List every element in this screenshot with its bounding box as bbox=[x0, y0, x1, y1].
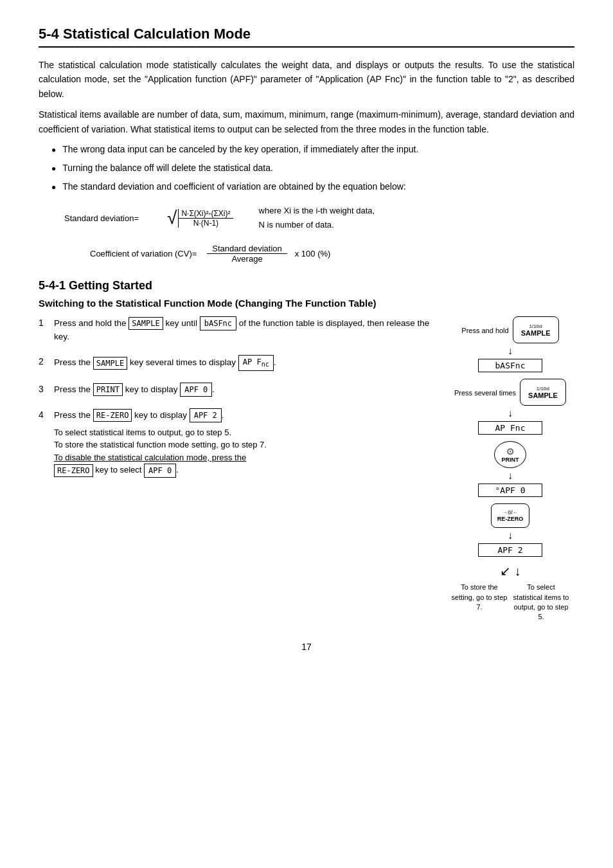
diagram: Press and hold 1/10d SAMPLE ↓ bASFnc Pre… bbox=[446, 316, 574, 622]
btn-main-1: SAMPLE bbox=[521, 329, 551, 337]
press-hold-label: Press and hold bbox=[461, 327, 508, 334]
page-number: 17 bbox=[39, 642, 574, 652]
print-btn-container: ⊙ PRINT bbox=[494, 441, 526, 468]
std-dev-label: Standard deviation= bbox=[64, 213, 167, 223]
bottom-labels-row: To store the setting, go to step 7. To s… bbox=[450, 583, 570, 622]
step-1-num: 1 bbox=[39, 316, 54, 330]
formula-section: Standard deviation= √ N·Σ(Xi)²-(ΣXi)² N·… bbox=[64, 204, 574, 264]
step-4-note-2: To store the statistical function mode s… bbox=[54, 439, 433, 451]
bullet-item-2: Turning the balance off will delete the … bbox=[51, 161, 574, 175]
diagram-several-row: Press several times 1/10d SAMPLE bbox=[454, 379, 566, 406]
print-key[interactable]: PRINT bbox=[93, 383, 123, 396]
diagram-hold-row: Press and hold 1/10d SAMPLE bbox=[461, 316, 558, 343]
step-2-num: 2 bbox=[39, 355, 54, 368]
sample-btn-2[interactable]: 1/10d SAMPLE bbox=[520, 379, 566, 406]
step-2: 2 Press the SAMPLE key several times to … bbox=[39, 355, 433, 370]
display-apf0-2: APF 0 bbox=[144, 464, 176, 478]
cv-formula: Coefficient of variation (CV)= Standard … bbox=[90, 244, 574, 264]
steps-container: 1 Press and hold the SAMPLE key until bA… bbox=[39, 316, 574, 622]
cv-tail: x 100 (%) bbox=[295, 249, 331, 258]
step-4-note-4: RE-ZERO key to select APF 0. bbox=[54, 464, 433, 478]
step-4-content: Press the RE-ZERO key to display APF 2. … bbox=[54, 408, 433, 478]
print-label: PRINT bbox=[502, 457, 519, 463]
cv-fraction: Standard deviation Average bbox=[207, 244, 287, 264]
step-1: 1 Press and hold the SAMPLE key until bA… bbox=[39, 316, 433, 343]
bullet-item-1: The wrong data input can be canceled by … bbox=[51, 143, 574, 156]
step-3-content: Press the PRINT key to display APF 0. bbox=[54, 383, 433, 397]
std-dev-formula-row: Standard deviation= √ N·Σ(Xi)²-(ΣXi)² N·… bbox=[64, 204, 574, 232]
cv-denominator: Average bbox=[226, 254, 267, 264]
step-3-num: 3 bbox=[39, 383, 54, 396]
step-4-num: 4 bbox=[39, 408, 54, 422]
btn-main-2: SAMPLE bbox=[528, 392, 558, 399]
arrow-2: ↓ bbox=[508, 408, 513, 419]
bullet-item-3: The standard deviation and coefficient o… bbox=[51, 180, 574, 194]
rezero-icon: →0/← bbox=[502, 509, 519, 516]
sample-key-1[interactable]: SAMPLE bbox=[129, 317, 163, 330]
subsection-title: 5-4-1 Getting Started bbox=[39, 279, 574, 293]
rezero-label: RE-ZERO bbox=[497, 516, 524, 522]
to-select-label: To select statistical items to output, g… bbox=[512, 583, 570, 622]
print-btn[interactable]: ⊙ PRINT bbox=[494, 441, 526, 468]
arrow-1: ↓ bbox=[508, 346, 513, 356]
section-title: 5-4 Statistical Calculation Mode bbox=[39, 26, 574, 48]
arrow-5a: ↙ bbox=[500, 565, 511, 577]
subsection-sub: Switching to the Statistical Function Mo… bbox=[39, 298, 574, 309]
bullet-list: The wrong data input can be canceled by … bbox=[51, 143, 574, 194]
btn-top-2: 1/10d bbox=[537, 386, 549, 392]
rezero-key[interactable]: RE-ZERO bbox=[93, 409, 132, 422]
display-apfnc: AP Fnc bbox=[238, 355, 274, 370]
step-2-content: Press the SAMPLE key several times to di… bbox=[54, 355, 433, 370]
btn-top-1: 1/10d bbox=[529, 323, 542, 329]
rezero-btn[interactable]: →0/← RE-ZERO bbox=[491, 503, 529, 528]
std-dev-fraction: N·Σ(Xi)²-(ΣXi)² N·(N-1) bbox=[178, 209, 233, 228]
cv-numerator: Standard deviation bbox=[207, 244, 287, 254]
sqrt-symbol: √ bbox=[167, 209, 177, 227]
bottom-arrows: ↙ ↓ bbox=[500, 565, 521, 577]
std-dev-denominator: N·(N-1) bbox=[191, 219, 221, 228]
step-3: 3 Press the PRINT key to display APF 0. bbox=[39, 383, 433, 397]
print-icon: ⊙ bbox=[506, 446, 514, 457]
diagram-display-1: bASFnc bbox=[478, 359, 542, 372]
intro-paragraph-1: The statistical calculation mode statist… bbox=[39, 58, 574, 101]
display-apf2: APF 2 bbox=[190, 408, 222, 422]
step-4-notes: To select statistical items to output, g… bbox=[54, 426, 433, 478]
diagram-display-4: APF 2 bbox=[478, 543, 542, 557]
rezero-btn-container: →0/← RE-ZERO bbox=[491, 503, 529, 528]
to-store-label: To store the setting, go to step 7. bbox=[450, 583, 508, 622]
display-apf0: APF 0 bbox=[180, 383, 212, 397]
sample-btn-1[interactable]: 1/10d SAMPLE bbox=[513, 316, 559, 343]
cv-label: Coefficient of variation (CV)= bbox=[90, 249, 197, 258]
rezero-key-2[interactable]: RE-ZERO bbox=[54, 464, 93, 477]
arrow-5b: ↓ bbox=[515, 565, 521, 577]
diagram-display-2: AP Fnc bbox=[478, 421, 542, 435]
display-basfnc: bASFnc bbox=[200, 316, 236, 330]
arrow-3: ↓ bbox=[508, 471, 513, 481]
cv-formula-row: Coefficient of variation (CV)= Standard … bbox=[64, 244, 574, 264]
intro-paragraph-2: Statistical items available are number o… bbox=[39, 107, 574, 136]
step-4: 4 Press the RE-ZERO key to display APF 2… bbox=[39, 408, 433, 478]
step-4-note-3: To disable the statistical calculation m… bbox=[54, 451, 433, 464]
std-dev-math: √ N·Σ(Xi)²-(ΣXi)² N·(N-1) bbox=[167, 209, 233, 228]
sample-key-2[interactable]: SAMPLE bbox=[93, 357, 127, 370]
steps-left: 1 Press and hold the SAMPLE key until bA… bbox=[39, 316, 433, 622]
std-dev-numerator: N·Σ(Xi)²-(ΣXi)² bbox=[179, 209, 233, 219]
step-4-note-1: To select statistical items to output, g… bbox=[54, 426, 433, 439]
step-1-content: Press and hold the SAMPLE key until bASF… bbox=[54, 316, 433, 343]
formula-note: where Xi is the i-th weight data, N is n… bbox=[259, 204, 375, 232]
arrow-4: ↓ bbox=[508, 530, 513, 541]
diagram-display-3: °APF 0 bbox=[478, 484, 542, 497]
press-several-label: Press several times bbox=[454, 389, 516, 397]
